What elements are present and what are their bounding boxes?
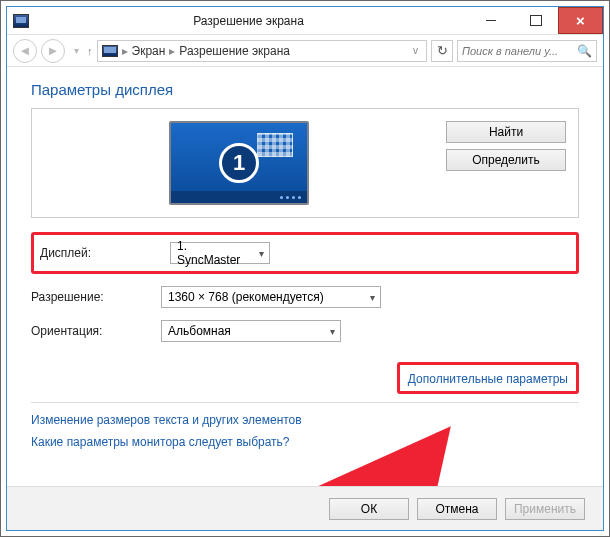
taskbar-preview — [171, 191, 307, 203]
crumb-screen[interactable]: Экран — [132, 44, 166, 58]
ok-button[interactable]: ОК — [329, 498, 409, 520]
highlight-display-row: Дисплей: 1. SyncMaster — [31, 232, 579, 274]
crumb-resolution[interactable]: Разрешение экрана — [179, 44, 290, 58]
display-label: Дисплей: — [40, 246, 170, 260]
breadcrumb[interactable]: ▸ Экран ▸ Разрешение экрана v — [97, 40, 428, 62]
divider — [31, 402, 579, 403]
search-icon[interactable]: 🔍 — [577, 44, 592, 58]
display-preview: 1 Найти Определить — [31, 108, 579, 218]
search-box[interactable]: 🔍 — [457, 40, 597, 62]
breadcrumb-dropdown[interactable]: v — [409, 45, 422, 56]
back-button[interactable]: ◄ — [13, 39, 37, 63]
resolution-label: Разрешение: — [31, 290, 161, 304]
apply-button[interactable]: Применить — [505, 498, 585, 520]
highlight-advanced-link: Дополнительные параметры — [397, 362, 579, 394]
orientation-select[interactable]: Альбомная — [161, 320, 341, 342]
navbar: ◄ ► ▾ ↑ ▸ Экран ▸ Разрешение экрана v ↻ … — [7, 35, 603, 67]
monitor-number: 1 — [219, 143, 259, 183]
close-button[interactable]: × — [558, 7, 603, 34]
monitor-icon — [102, 45, 118, 57]
refresh-button[interactable]: ↻ — [431, 40, 453, 62]
search-input[interactable] — [462, 45, 577, 57]
forward-button[interactable]: ► — [41, 39, 65, 63]
which-monitor-link[interactable]: Какие параметры монитора следует выбрать… — [31, 435, 579, 449]
chevron-right-icon: ▸ — [122, 44, 128, 58]
orientation-label: Ориентация: — [31, 324, 161, 338]
chevron-right-icon: ▸ — [169, 44, 175, 58]
minimize-button[interactable] — [468, 7, 513, 34]
app-icon — [13, 14, 29, 28]
cancel-button[interactable]: Отмена — [417, 498, 497, 520]
monitor-thumbnail[interactable]: 1 — [169, 121, 309, 205]
identify-button[interactable]: Определить — [446, 149, 566, 171]
up-button[interactable]: ↑ — [87, 45, 93, 57]
text-size-link[interactable]: Изменение размеров текста и других элеме… — [31, 413, 579, 427]
find-button[interactable]: Найти — [446, 121, 566, 143]
content: Параметры дисплея 1 Найти Определить — [7, 67, 603, 486]
window-title: Разрешение экрана — [29, 14, 468, 28]
history-dropdown[interactable]: ▾ — [69, 45, 83, 56]
display-select[interactable]: 1. SyncMaster — [170, 242, 270, 264]
window: Разрешение экрана × ◄ ► ▾ ↑ ▸ Экран ▸ Ра… — [6, 6, 604, 531]
footer: ОК Отмена Применить — [7, 486, 603, 530]
resolution-select[interactable]: 1360 × 768 (рекомендуется) — [161, 286, 381, 308]
page-title: Параметры дисплея — [31, 81, 579, 98]
maximize-button[interactable] — [513, 7, 558, 34]
advanced-settings-link[interactable]: Дополнительные параметры — [408, 372, 568, 386]
titlebar: Разрешение экрана × — [7, 7, 603, 35]
